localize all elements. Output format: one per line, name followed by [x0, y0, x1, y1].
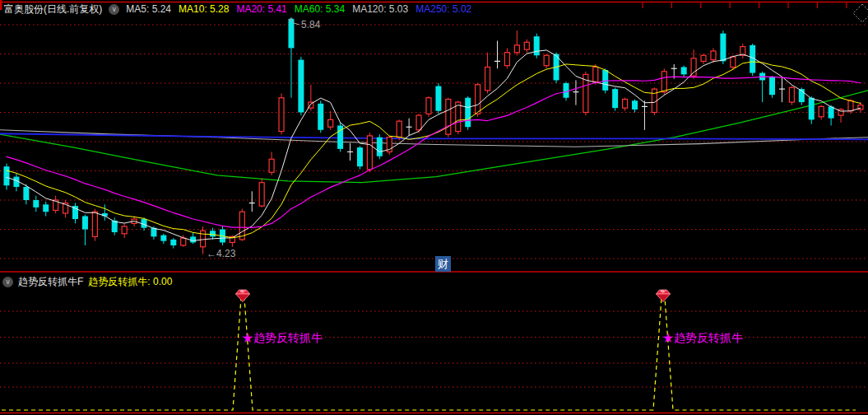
watermark-badge: 财	[435, 256, 451, 272]
tdx-chart-window: 富奥股份(日线.前复权) ∨ MA5: 5.24MA10: 5.28MA20: …	[0, 0, 868, 415]
ma-label-ma20: MA20: 5.41	[236, 3, 286, 15]
ma-label-ma5: MA5: 5.24	[126, 3, 171, 15]
signal-star-label: ★趋势反转抓牛	[242, 331, 323, 344]
indicator-signal-line	[2, 292, 856, 410]
chart-canvas	[0, 0, 868, 415]
chevron-down-icon[interactable]: ∨	[109, 4, 119, 15]
signal-star-label: ★趋势反转抓牛	[662, 331, 743, 344]
low-price-label: ←4.23	[207, 249, 235, 259]
frame-lines	[0, 0, 868, 413]
ma-label-ma120: MA120: 5.03	[352, 3, 408, 15]
diamond-signal-icon	[236, 290, 250, 302]
stock-title: 富奥股份(日线.前复权)	[4, 3, 102, 15]
ma-readouts: MA5: 5.24MA10: 5.28MA20: 5.41MA60: 5.34M…	[126, 3, 471, 15]
ma-line-ma20	[7, 77, 861, 227]
corner-diamond-icon	[853, 4, 868, 22]
ma-label-ma250: MA250: 5.02	[415, 3, 471, 15]
ma-line-ma10	[7, 62, 861, 238]
ma-label-ma10: MA10: 5.28	[179, 3, 229, 15]
ma-line-ma60	[0, 91, 868, 183]
chevron-down-icon[interactable]: ∨	[2, 277, 13, 287]
indicator-header: ∨ 趋势反转抓牛F 趋势反转抓牛: 0.00	[2, 276, 172, 287]
indicator-readout: 趋势反转抓牛: 0.00	[88, 276, 172, 287]
main-chart-header: 富奥股份(日线.前复权) ∨ MA5: 5.24MA10: 5.28MA20: …	[4, 3, 471, 15]
diamond-signal-icon	[657, 290, 671, 302]
indicator-title: 趋势反转抓牛F	[18, 276, 83, 287]
high-price-label: 5.84	[301, 20, 320, 30]
ma-label-ma60: MA60: 5.34	[295, 3, 345, 15]
